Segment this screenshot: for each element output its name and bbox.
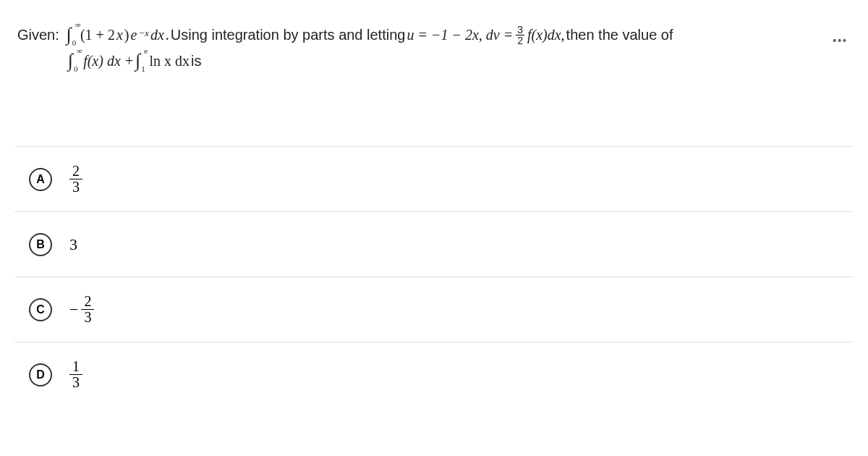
- option-a[interactable]: A 2 3: [14, 146, 854, 211]
- integral-symbol-1: ∫∞0: [67, 25, 72, 44]
- option-d[interactable]: D 1 3: [14, 342, 854, 407]
- option-letter: B: [29, 233, 52, 256]
- options-list: A 2 3 B 3 C − 2 3 D 1 3: [14, 146, 854, 407]
- option-letter: D: [29, 363, 52, 387]
- option-c[interactable]: C − 2 3: [14, 276, 854, 342]
- option-value: 3: [69, 235, 77, 254]
- integral-symbol-3: ∫e1: [135, 51, 140, 70]
- given-label: Given:: [17, 22, 59, 48]
- option-value: 1 3: [69, 359, 82, 390]
- option-letter: A: [29, 168, 52, 191]
- integral-symbol-2: ∫∞0: [68, 51, 73, 70]
- option-b[interactable]: B 3: [14, 211, 854, 276]
- frac-3-2: 3 2: [516, 25, 524, 46]
- option-value: − 2 3: [69, 294, 94, 325]
- option-letter: C: [29, 298, 52, 321]
- option-value: 2 3: [69, 164, 82, 195]
- more-icon[interactable]: •••: [833, 35, 848, 46]
- question-text: Given: ∫∞0 (1 + 2 x ) e −x dx . Using in…: [14, 22, 854, 74]
